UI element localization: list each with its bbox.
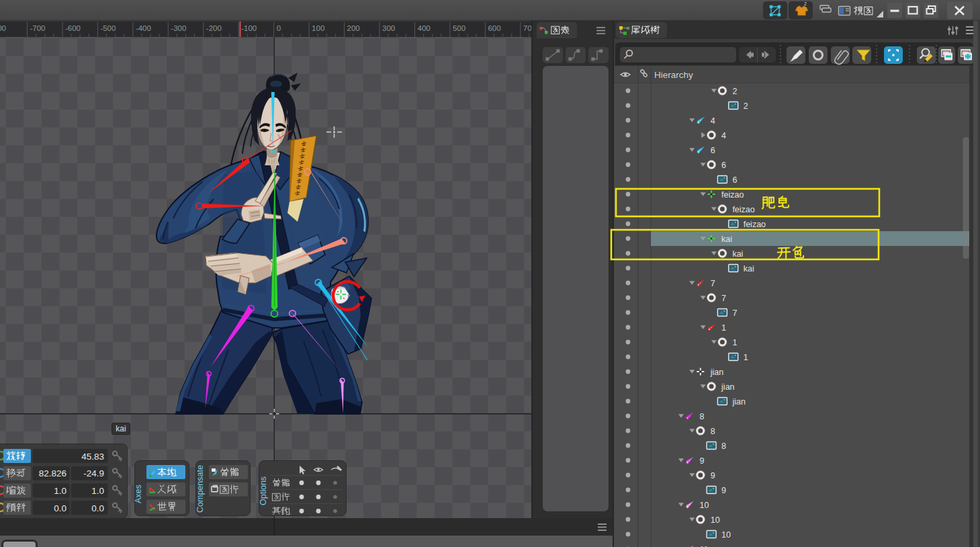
svg-text:300: 300 (382, 24, 395, 32)
svg-text:0: 0 (277, 24, 281, 32)
svg-text:7: 7 (721, 294, 726, 303)
svg-text:kai: kai (744, 264, 754, 274)
svg-text:600: 600 (488, 24, 500, 32)
svg-text:6: 6 (732, 175, 737, 185)
svg-text:-100: -100 (241, 24, 257, 32)
svg-text:Axes: Axes (134, 485, 143, 503)
svg-text:-500: -500 (100, 24, 116, 32)
svg-text:10: 10 (711, 515, 720, 525)
svg-text:200: 200 (347, 24, 360, 32)
svg-text:jian: jian (721, 382, 735, 392)
svg-text:10: 10 (721, 530, 731, 540)
svg-text:0.0: 0.0 (91, 503, 104, 513)
svg-text:-800: -800 (0, 24, 6, 32)
svg-text:-400: -400 (136, 24, 151, 32)
svg-text:1: 1 (721, 323, 726, 333)
svg-text:1.0: 1.0 (91, 486, 104, 496)
svg-text:82.826: 82.826 (39, 468, 66, 478)
svg-text:4: 4 (711, 116, 715, 126)
svg-text:1: 1 (744, 353, 748, 362)
svg-text:1.0: 1.0 (54, 486, 66, 496)
svg-text:-24.9: -24.9 (83, 468, 104, 478)
svg-text:2: 2 (732, 87, 737, 96)
svg-text:feizao: feizao (744, 220, 766, 229)
svg-text:feizao: feizao (732, 205, 754, 214)
svg-text:9: 9 (700, 456, 705, 466)
svg-text:45.83: 45.83 (81, 452, 104, 462)
svg-text:0.0: 0.0 (54, 503, 66, 513)
svg-text:700: 700 (523, 24, 531, 32)
svg-text:2: 2 (804, 1, 807, 6)
svg-text:10: 10 (700, 501, 709, 510)
svg-text:4: 4 (721, 131, 726, 140)
svg-text:-200: -200 (206, 24, 222, 32)
svg-text:2: 2 (744, 101, 748, 111)
svg-text:8: 8 (711, 427, 715, 436)
svg-text:1: 1 (732, 338, 737, 347)
svg-text:500: 500 (453, 24, 465, 32)
svg-text:9: 9 (711, 471, 715, 480)
svg-text:kai: kai (721, 235, 732, 244)
svg-text:100: 100 (312, 24, 324, 32)
svg-text:jian: jian (731, 397, 746, 407)
svg-text:-700: -700 (30, 24, 46, 32)
svg-text:6: 6 (711, 146, 715, 155)
svg-text:Compensate: Compensate (195, 465, 205, 513)
svg-text:6: 6 (721, 161, 726, 170)
svg-text:Options: Options (259, 476, 268, 505)
svg-text:400: 400 (418, 24, 431, 32)
svg-text:8: 8 (721, 441, 726, 451)
svg-text:jian: jian (710, 368, 724, 377)
svg-text:9: 9 (721, 486, 726, 495)
svg-text:7: 7 (711, 279, 715, 288)
svg-text:Hierarchy: Hierarchy (654, 70, 693, 80)
svg-text:feizao: feizao (721, 190, 744, 200)
svg-text:kai: kai (732, 249, 743, 259)
svg-text:8: 8 (700, 412, 705, 421)
svg-text:11: 11 (700, 545, 709, 547)
svg-text:-300: -300 (171, 24, 186, 32)
svg-text:7: 7 (732, 308, 737, 318)
svg-text:-600: -600 (65, 24, 81, 32)
